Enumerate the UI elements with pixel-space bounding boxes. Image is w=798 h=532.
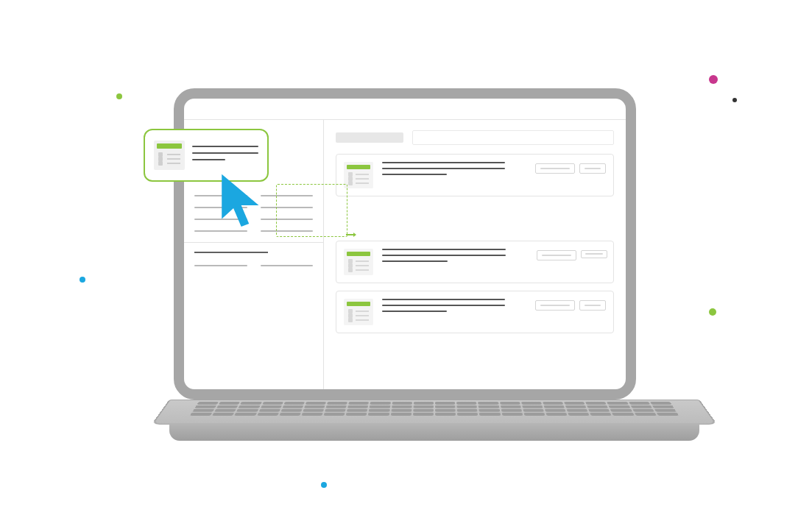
checklist-icon: [344, 249, 373, 275]
drop-arrow-icon: [346, 234, 358, 235]
action-button[interactable]: [535, 300, 575, 311]
secondary-button[interactable]: [579, 163, 606, 174]
item-text: [192, 146, 258, 166]
item-group: [336, 154, 614, 196]
checklist-icon: [344, 162, 373, 188]
decorative-dot: [116, 93, 122, 99]
keyboard: [190, 402, 679, 416]
secondary-button[interactable]: [579, 300, 606, 311]
item-group: [336, 241, 614, 333]
search-input[interactable]: [412, 130, 614, 145]
checklist-icon: [154, 141, 185, 170]
item-text: [382, 299, 526, 316]
sidebar-item[interactable]: [194, 265, 313, 266]
laptop-base: [169, 400, 699, 436]
window-titlebar: [184, 99, 626, 120]
drop-target[interactable]: [276, 184, 347, 237]
list-item[interactable]: [336, 241, 614, 283]
decorative-dot: [80, 277, 85, 283]
decorative-dot: [321, 482, 327, 488]
decorative-dot: [732, 98, 737, 102]
page-title: [336, 132, 403, 143]
decorative-dot: [709, 308, 716, 316]
checklist-icon: [344, 299, 373, 325]
cursor-icon: [217, 172, 267, 233]
sidebar-section-header: [194, 252, 313, 253]
secondary-button-stack[interactable]: [581, 250, 606, 258]
action-button[interactable]: [535, 163, 575, 174]
decorative-dot: [709, 75, 718, 84]
item-text: [382, 162, 526, 180]
action-button[interactable]: [537, 250, 576, 260]
item-text: [382, 249, 528, 266]
main-panel: [324, 120, 626, 389]
list-item[interactable]: [336, 154, 614, 196]
list-item[interactable]: [336, 291, 614, 333]
